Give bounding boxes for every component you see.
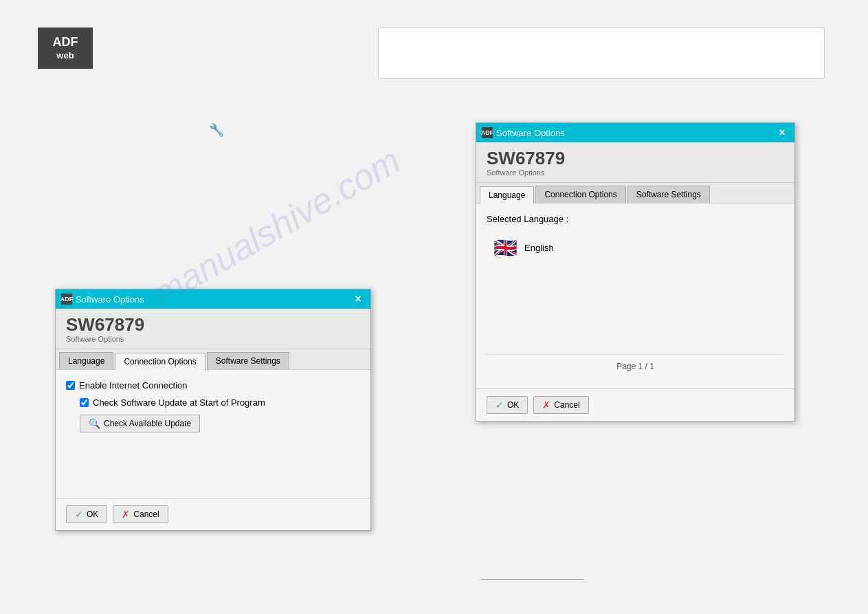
page-indicator: Page 1 / 1 — [487, 354, 784, 378]
english-flag-icon: 🇬🇧 — [493, 237, 518, 259]
watermark-text: manualshive.com — [146, 140, 407, 314]
dialog1-titlebar-left: ADF Software Options — [61, 294, 144, 305]
dialog2-cancel-label: Cancel — [554, 400, 579, 410]
tab-software-settings-1[interactable]: Software Settings — [207, 352, 289, 369]
ok-check-icon: ✓ — [75, 509, 83, 520]
magnifier-icon: 🔍 — [89, 418, 100, 429]
dialog1-ok-button[interactable]: ✓ OK — [66, 505, 107, 523]
dialog2-body: Selected Language : 🇬🇧 English Page 1 / … — [476, 204, 794, 388]
selected-language-row: Selected Language : — [487, 214, 784, 224]
check-software-update-label: Check Software Update at Start of Progra… — [93, 397, 265, 408]
check-available-update-button[interactable]: 🔍 Check Available Update — [80, 415, 200, 432]
dialog-language-options: ADF Software Options × SW67879 Software … — [476, 122, 795, 421]
dialog2-sw-subtitle: Software Options — [487, 168, 784, 177]
dialog1-footer: ✓ OK ✗ Cancel — [56, 498, 370, 530]
ok2-check-icon: ✓ — [496, 399, 504, 410]
dialog1-title-icon: ADF — [61, 294, 72, 305]
dialog2-titlebar: ADF Software Options × — [476, 123, 794, 142]
check-update-btn-container: 🔍 Check Available Update — [80, 415, 360, 432]
dialog1-sw-name: SW67879 — [66, 316, 360, 333]
dialog1-ok-label: OK — [87, 509, 98, 519]
bottom-line-decoration — [481, 579, 584, 580]
dialog1-body: Enable Internet Connection Check Softwar… — [56, 370, 370, 498]
dialog2-ok-button[interactable]: ✓ OK — [487, 396, 528, 414]
dialog1-header: SW67879 Software Options — [56, 309, 370, 349]
dialog1-cancel-label: Cancel — [133, 509, 159, 519]
dialog2-title-icon: ADF — [482, 127, 493, 138]
tab-language-1[interactable]: Language — [59, 352, 113, 369]
tab-language-2[interactable]: Language — [480, 186, 534, 204]
cancel-x-icon: ✗ — [122, 509, 130, 520]
logo-adf-text: ADF — [53, 35, 78, 50]
dialog2-footer: ✓ OK ✗ Cancel — [476, 388, 794, 421]
cancel2-x-icon: ✗ — [542, 399, 550, 410]
check-software-update-row: Check Software Update at Start of Progra… — [80, 397, 360, 408]
tab-connection-options-1[interactable]: Connection Options — [115, 353, 205, 370]
enable-internet-row: Enable Internet Connection — [66, 380, 360, 391]
dialog2-cancel-button[interactable]: ✗ Cancel — [533, 396, 588, 414]
dialog2-header: SW67879 Software Options — [476, 142, 794, 183]
dialog-connection-options: ADF Software Options × SW67879 Software … — [55, 289, 371, 531]
dialog1-body-spacer — [66, 432, 360, 487]
selected-language-label: Selected Language : — [487, 214, 568, 224]
adfweb-logo: ADF web — [38, 28, 93, 69]
tool-icon: 🔧 — [206, 120, 225, 140]
dialog2-title-text: Software Options — [496, 128, 565, 138]
dialog2-sw-name: SW67879 — [487, 149, 784, 167]
dialog2-body-spacer — [487, 265, 784, 354]
english-language-label: English — [524, 243, 554, 253]
svg-text:🔧: 🔧 — [209, 122, 225, 138]
enable-internet-checkbox[interactable] — [66, 381, 75, 390]
dialog1-titlebar: ADF Software Options × — [56, 289, 370, 309]
dialog2-close-button[interactable]: × — [775, 126, 789, 140]
dialog2-titlebar-left: ADF Software Options — [482, 127, 565, 138]
check-software-update-checkbox[interactable] — [80, 398, 89, 407]
enable-internet-label: Enable Internet Connection — [79, 380, 188, 391]
dialog1-title-text: Software Options — [76, 294, 144, 305]
logo-web-text: web — [56, 50, 74, 61]
dialog2-tabs: Language Connection Options Software Set… — [476, 183, 794, 204]
dialog1-cancel-button[interactable]: ✗ Cancel — [113, 505, 168, 523]
tab-software-settings-2[interactable]: Software Settings — [627, 186, 710, 203]
dialog2-ok-label: OK — [507, 400, 519, 410]
check-available-update-label: Check Available Update — [104, 419, 191, 428]
dialog1-close-button[interactable]: × — [351, 292, 365, 306]
dialog1-tabs: Language Connection Options Software Set… — [56, 349, 370, 370]
tab-connection-options-2[interactable]: Connection Options — [535, 186, 625, 203]
dialog1-sw-subtitle: Software Options — [66, 335, 360, 343]
top-info-box — [378, 28, 825, 79]
language-english-item[interactable]: 🇬🇧 English — [487, 231, 784, 265]
